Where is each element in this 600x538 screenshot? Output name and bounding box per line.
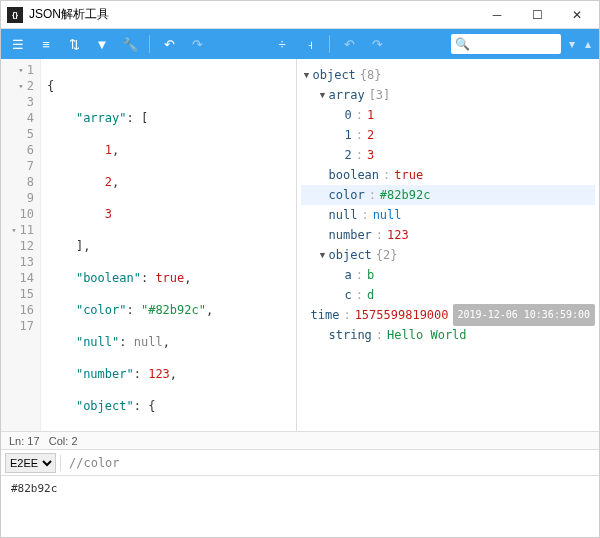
- code-line: "array": [: [47, 110, 290, 126]
- redo2-icon[interactable]: ↷: [366, 33, 388, 55]
- filter-icon[interactable]: ▼: [91, 33, 113, 55]
- indent-left-icon[interactable]: ☰: [7, 33, 29, 55]
- filter-bar: E2EE: [1, 449, 599, 475]
- minimize-button[interactable]: ─: [477, 1, 517, 29]
- tree-leaf[interactable]: time:15755998190002019-12-06 10:36:59:00: [301, 305, 596, 325]
- split-horizontal-icon[interactable]: ⫞: [299, 33, 321, 55]
- tree-leaf[interactable]: number:123: [301, 225, 596, 245]
- status-bar: Ln: 17 Col: 2: [1, 431, 599, 449]
- code-editor[interactable]: ▾1 ▾2 3 4 5 6 7 8 9 10 ▾11 12 13 14 15 1…: [1, 59, 297, 431]
- indent-right-icon[interactable]: ≡: [35, 33, 57, 55]
- search-icon: 🔍: [455, 37, 470, 51]
- fold-arrow-icon[interactable]: ▾: [18, 78, 23, 94]
- split-vertical-icon[interactable]: ÷: [271, 33, 293, 55]
- filter-mode-select[interactable]: E2EE: [5, 453, 56, 473]
- status-col-label: Col:: [49, 435, 69, 447]
- fold-arrow-icon[interactable]: ▾: [11, 222, 16, 238]
- gutter: ▾1 ▾2 3 4 5 6 7 8 9 10 ▾11 12 13 14 15 1…: [1, 59, 41, 431]
- close-button[interactable]: ✕: [557, 1, 597, 29]
- search-input-container: 🔍: [451, 34, 561, 54]
- undo2-icon[interactable]: ↶: [338, 33, 360, 55]
- code-line: "number": 123,: [47, 366, 290, 382]
- tree-view[interactable]: ▼object{8} ▼array[3] 0:1 1:2 2:3 boolean…: [297, 59, 600, 431]
- code-line: "null": null,: [47, 334, 290, 350]
- code-line: 3: [47, 206, 290, 222]
- code-line: 1,: [47, 142, 290, 158]
- tree-leaf[interactable]: 1:2: [301, 125, 596, 145]
- maximize-button[interactable]: ☐: [517, 1, 557, 29]
- code-line: {: [47, 78, 290, 94]
- title-bar: {} JSON解析工具 ─ ☐ ✕: [1, 1, 599, 29]
- code-content[interactable]: { "array": [ 1, 2, 3 ], "boolean": true,…: [41, 59, 296, 431]
- result-panel: #82b92c: [1, 475, 599, 537]
- sort-icon[interactable]: ⇅: [63, 33, 85, 55]
- status-ln-label: Ln:: [9, 435, 24, 447]
- tree-leaf[interactable]: 0:1: [301, 105, 596, 125]
- caret-down-icon: ▼: [301, 65, 313, 85]
- main-split: ▾1 ▾2 3 4 5 6 7 8 9 10 ▾11 12 13 14 15 1…: [1, 59, 599, 431]
- code-line: 2,: [47, 174, 290, 190]
- search-input[interactable]: [472, 38, 542, 50]
- tree-root[interactable]: ▼object{8}: [301, 65, 596, 85]
- tree-leaf[interactable]: null:null: [301, 205, 596, 225]
- tree-node-array[interactable]: ▼array[3]: [301, 85, 596, 105]
- window-title: JSON解析工具: [29, 6, 477, 23]
- tree-leaf[interactable]: c:d: [301, 285, 596, 305]
- tree-leaf[interactable]: boolean:true: [301, 165, 596, 185]
- code-line: "object": {: [47, 398, 290, 414]
- toolbar: ☰ ≡ ⇅ ▼ 🔧 ↶ ↷ ÷ ⫞ ↶ ↷ 🔍 ▾ ▴: [1, 29, 599, 59]
- result-value: #82b92c: [11, 482, 57, 495]
- status-col: 2: [71, 435, 77, 447]
- separator: [149, 35, 150, 53]
- code-line: "boolean": true,: [47, 270, 290, 286]
- search-dropdown-icon[interactable]: ▾: [567, 37, 577, 51]
- search-up-icon[interactable]: ▴: [583, 37, 593, 51]
- time-badge: 2019-12-06 10:36:59:00: [453, 304, 595, 326]
- tree-leaf-selected[interactable]: color:#82b92c: [301, 185, 596, 205]
- tree-leaf[interactable]: string:Hello World: [301, 325, 596, 345]
- tree-leaf[interactable]: a:b: [301, 265, 596, 285]
- wrench-icon[interactable]: 🔧: [119, 33, 141, 55]
- code-line: "color": "#82b92c",: [47, 302, 290, 318]
- tree-node-object[interactable]: ▼object{2}: [301, 245, 596, 265]
- separator: [60, 455, 61, 471]
- redo-icon[interactable]: ↷: [186, 33, 208, 55]
- code-line: "a": "b",: [47, 430, 290, 431]
- app-icon: {}: [7, 7, 23, 23]
- filter-path-input[interactable]: [65, 456, 595, 470]
- caret-down-icon: ▼: [317, 85, 329, 105]
- tree-leaf[interactable]: 2:3: [301, 145, 596, 165]
- undo-icon[interactable]: ↶: [158, 33, 180, 55]
- status-ln: 17: [27, 435, 39, 447]
- caret-down-icon: ▼: [317, 245, 329, 265]
- separator: [329, 35, 330, 53]
- fold-arrow-icon[interactable]: ▾: [18, 62, 23, 78]
- code-line: ],: [47, 238, 290, 254]
